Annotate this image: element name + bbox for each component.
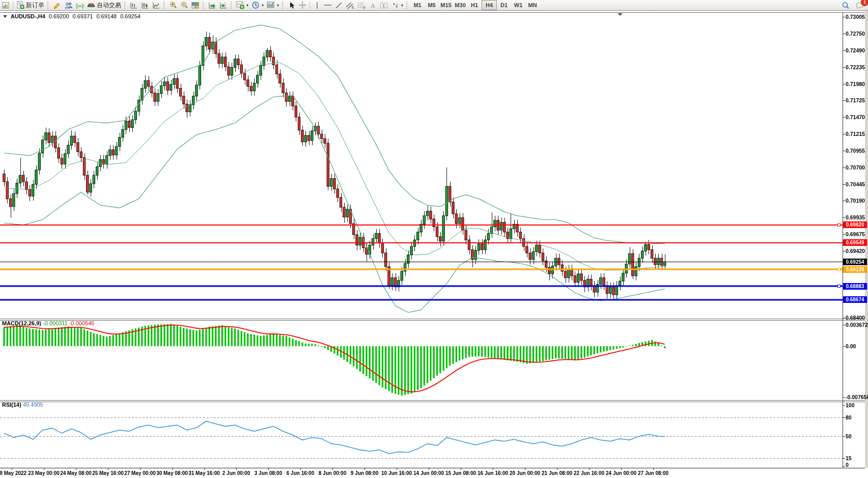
timeframe-m30-button[interactable]: M30 <box>453 1 467 10</box>
chart-low-value: 0.69148 <box>96 13 117 19</box>
chart-open-value: 0.69200 <box>49 13 69 19</box>
auto-trading-button[interactable]: 自动交易 <box>86 1 123 10</box>
notifications-button[interactable]: 1 <box>854 1 866 10</box>
text-label-icon: T <box>380 2 388 9</box>
chart-shift-button[interactable] <box>218 1 229 10</box>
crayon-icon <box>53 2 61 9</box>
indicators-icon <box>236 1 244 9</box>
svg-text:A: A <box>371 2 375 9</box>
new-chart-button[interactable] <box>1 1 11 10</box>
trendline-tool-button[interactable] <box>333 1 344 10</box>
timeframe-h1-button[interactable]: H1 <box>467 1 482 10</box>
bar-chart-mode-button[interactable] <box>128 1 139 10</box>
bar-chart-icon <box>130 2 138 9</box>
svg-text:T: T <box>382 3 385 8</box>
arrows-tool-button[interactable]: ▾ <box>390 1 405 10</box>
text-label-tool-button[interactable]: T <box>378 1 390 10</box>
horizontal-line-tool-button[interactable] <box>322 1 333 10</box>
macd-indicator-label: MACD(12,26,9) -0.000311 -0.000546 <box>2 320 94 326</box>
channel-tool-button[interactable]: E <box>344 1 356 10</box>
macd-name: MACD(12,26,9) <box>2 320 41 326</box>
chart-high-value: 0.69371 <box>73 13 93 19</box>
timeframe-m15-button[interactable]: M15 <box>439 1 453 10</box>
toolbar-grip <box>406 2 408 9</box>
timeframe-mn-button[interactable]: MN <box>525 1 540 10</box>
line-chart-icon <box>152 2 160 9</box>
text-icon: A <box>370 2 376 9</box>
fibonacci-icon: F <box>357 2 366 9</box>
toolbar-grip <box>282 2 284 9</box>
rsi-name: RSI(14) <box>2 402 21 408</box>
arrows-icon <box>391 2 399 9</box>
toolbar: 新订单 自动交易 <box>0 0 868 11</box>
signal-icon <box>76 2 84 9</box>
candlestick-mode-button[interactable] <box>139 1 151 10</box>
clock-icon <box>251 1 260 9</box>
line-chart-mode-button[interactable] <box>151 1 162 10</box>
mt4-window: 新订单 自动交易 <box>0 0 868 478</box>
chevron-down-icon: ▾ <box>262 3 264 8</box>
vertical-line-icon <box>315 2 320 9</box>
timeframe-m1-button[interactable]: M1 <box>410 1 425 10</box>
periods-button[interactable]: ▾ <box>250 1 265 10</box>
rsi-indicator-label: RSI(14) 49.4905 <box>2 402 43 408</box>
timeframe-w1-button[interactable]: W1 <box>511 1 525 10</box>
tile-windows-icon <box>191 2 200 9</box>
chart-close-value: 0.69254 <box>120 13 141 19</box>
new-order-label: 新订单 <box>26 1 44 10</box>
notification-badge: 1 <box>861 0 868 6</box>
signals-button[interactable] <box>74 1 86 10</box>
community-button[interactable] <box>63 1 74 10</box>
crosshair-icon <box>298 1 306 9</box>
collapse-panel-icon[interactable] <box>3 15 7 18</box>
toolbar-grip <box>203 2 205 9</box>
timeframe-m5-button[interactable]: M5 <box>425 1 439 10</box>
styler-button[interactable] <box>51 1 63 10</box>
tile-windows-button[interactable] <box>190 1 201 10</box>
text-tool-button[interactable]: A <box>368 1 378 10</box>
templates-button[interactable]: ▾ <box>265 1 281 10</box>
toolbar-separator <box>310 1 310 9</box>
candlestick-icon <box>141 2 149 9</box>
users-icon <box>64 2 73 9</box>
template-icon <box>267 1 275 9</box>
new-order-button[interactable]: 新订单 <box>15 1 46 10</box>
search-icon <box>842 2 850 10</box>
zoom-out-button[interactable] <box>179 1 190 10</box>
macd-main-value: -0.000311 <box>43 320 68 326</box>
svg-text:E: E <box>352 6 354 9</box>
crosshair-tool-button[interactable] <box>297 1 308 10</box>
auto-trading-label: 自动交易 <box>97 1 121 10</box>
timeframe-h4-button[interactable]: H4 <box>482 0 497 10</box>
timeframe-d1-button[interactable]: D1 <box>497 1 511 10</box>
equidistant-channel-icon: E <box>346 2 354 9</box>
vertical-line-tool-button[interactable] <box>312 1 322 10</box>
toolbar-grip <box>231 2 233 9</box>
macd-signal-value: -0.000546 <box>69 320 95 326</box>
auto-trading-icon <box>87 2 95 9</box>
zoom-in-button[interactable] <box>167 1 179 10</box>
cursor-icon <box>288 2 295 9</box>
chart-surface[interactable] <box>0 0 868 478</box>
chevron-down-icon: ▾ <box>277 3 279 8</box>
zoom-out-icon <box>180 1 188 9</box>
toolbar-separator <box>13 1 13 9</box>
rsi-value: 49.4905 <box>23 402 43 408</box>
horizontal-line-icon <box>324 3 332 8</box>
svg-text:F: F <box>363 6 366 9</box>
zoom-in-icon <box>169 1 177 9</box>
toolbar-grip <box>47 2 49 9</box>
indicators-button[interactable]: ▾ <box>235 1 250 10</box>
auto-scroll-icon <box>208 2 216 9</box>
chevron-down-icon: ▾ <box>401 3 403 8</box>
chart-symbol-period: AUDUSD-,H4 <box>11 13 45 19</box>
chart-shift-icon <box>219 2 228 9</box>
new-order-icon <box>16 1 24 9</box>
search-button[interactable] <box>840 1 851 10</box>
trendline-icon <box>335 2 343 9</box>
cursor-tool-button[interactable] <box>286 1 297 10</box>
toolbar-grip <box>163 2 165 9</box>
auto-scroll-button[interactable] <box>207 1 218 10</box>
fibonacci-tool-button[interactable]: F <box>356 1 368 10</box>
toolbar-grip <box>124 2 126 9</box>
